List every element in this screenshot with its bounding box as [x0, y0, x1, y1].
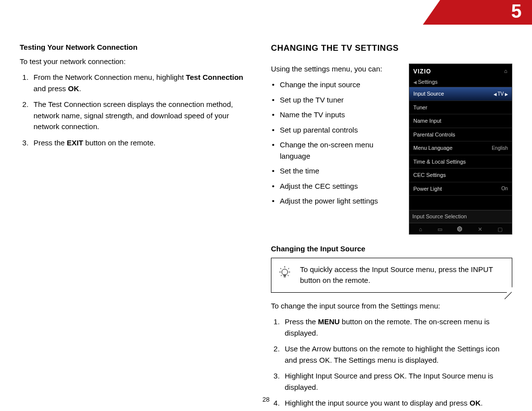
- left-steps: From the Network Connection menu, highli…: [20, 72, 246, 148]
- chapter-number: 5: [511, 1, 522, 22]
- list-item: The Test Connection screen displays the …: [31, 99, 246, 133]
- right-heading: CHANGING THE TV SETTINGS: [271, 42, 512, 55]
- tv-row: CEC Settings: [409, 168, 512, 182]
- list-item: Press the MENU button on the remote. The…: [282, 316, 512, 339]
- left-intro: To test your network connection:: [20, 56, 246, 68]
- tv-row: Input SourceTV: [409, 87, 512, 101]
- home-icon: ⌂: [504, 67, 508, 75]
- tv-footer: Input Source Selection: [409, 210, 512, 223]
- tv-row: Parental Controls: [409, 128, 512, 141]
- list-item: Adjust the CEC settings: [271, 181, 400, 192]
- home-icon: ⌂: [419, 225, 422, 234]
- list-item: Press the EXIT button on the remote.: [31, 137, 246, 149]
- tv-row: Menu LanguageEnglish: [409, 141, 512, 155]
- list-item: Highlight Input Source and press OK. The…: [282, 371, 512, 393]
- close-icon: ✕: [478, 225, 482, 234]
- page-number: 28: [0, 396, 532, 403]
- left-column: Testing Your Network Connection To test …: [20, 42, 246, 411]
- right-steps: Press the MENU button on the remote. The…: [271, 316, 512, 409]
- right-bullets: Change the input source Set up the TV tu…: [271, 79, 400, 207]
- tv-row: Tuner: [409, 101, 512, 114]
- list-item: Adjust the power light settings: [271, 196, 400, 207]
- tv-row: Time & Local Settings: [409, 155, 512, 169]
- rect-icon: ▭: [437, 225, 442, 234]
- tv-row: Power LightOn: [409, 182, 512, 196]
- list-item: Change the input source: [271, 79, 400, 91]
- list-item: Use the Arrow buttons on the remote to h…: [282, 343, 512, 366]
- right-intro2: To change the input source from the Sett…: [271, 301, 512, 312]
- chapter-tab: 5: [443, 0, 532, 25]
- right-intro: Using the settings menu, you can:: [271, 64, 400, 75]
- svg-point-0: [282, 269, 288, 275]
- right-column: CHANGING THE TV SETTINGS Using the setti…: [271, 42, 512, 411]
- list-item: Change the on-screen menu language: [271, 139, 400, 162]
- tv-screenshot: VIZIO ⌂ Settings Input SourceTV Tuner Na…: [409, 64, 512, 235]
- v-icon: ⓿: [457, 225, 463, 234]
- tv-subtitle: Settings: [409, 77, 512, 87]
- tv-brand: VIZIO: [413, 67, 431, 76]
- tip-text: To quickly access the Input Source menu,…: [300, 265, 493, 285]
- tv-controls: ⌂ ▭ ⓿ ✕ ▢: [409, 223, 512, 235]
- lightbulb-icon: [278, 265, 291, 285]
- list-item: Set up the TV tuner: [271, 95, 400, 106]
- square-icon: ▢: [498, 225, 502, 234]
- page: 5 Testing Your Network Connection To tes…: [0, 0, 532, 411]
- list-item: Set the time: [271, 166, 400, 177]
- list-item: Name the TV inputs: [271, 109, 400, 121]
- tv-row: Name Input: [409, 114, 512, 128]
- tip-box: To quickly access the Input Source menu,…: [271, 258, 512, 293]
- sub-heading: Changing the Input Source: [271, 243, 512, 255]
- list-item: Set up parental controls: [271, 125, 400, 136]
- list-item: From the Network Connection menu, highli…: [31, 72, 246, 94]
- left-heading: Testing Your Network Connection: [20, 42, 246, 53]
